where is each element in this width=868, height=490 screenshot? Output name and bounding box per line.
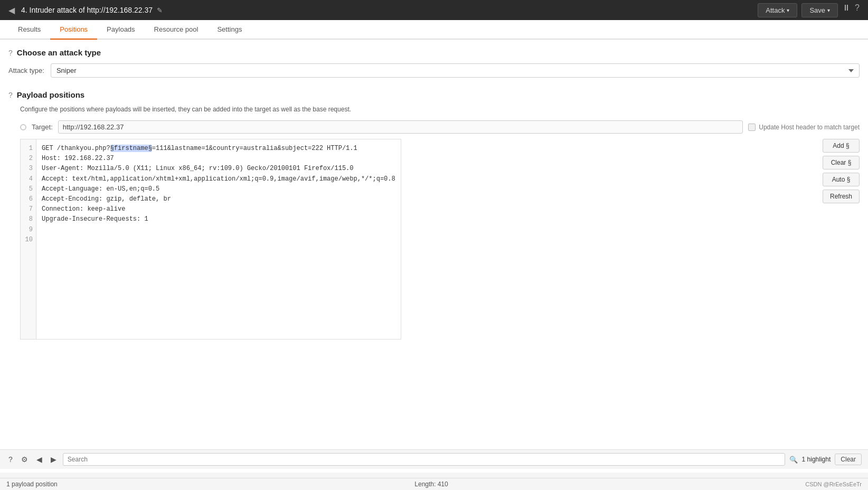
toolbar-settings-icon[interactable]: ⚙ (19, 454, 30, 465)
tab-positions[interactable]: Positions (50, 20, 97, 40)
target-row: Target: Update Host header to match targ… (20, 120, 860, 134)
add-section-button[interactable]: Add § (823, 139, 860, 153)
bottom-toolbar: ? ⚙ ◀ ▶ 🔍 1 highlight Clear (0, 449, 868, 469)
payload-positions-title: Payload positions (17, 90, 84, 99)
clear-section-button[interactable]: Clear § (823, 156, 860, 169)
edit-icon[interactable]: ✎ (157, 6, 163, 14)
request-editor[interactable]: GET /thankyou.php?§firstname§=111&lastna… (36, 139, 401, 340)
auto-section-button[interactable]: Auto § (823, 173, 860, 186)
payload-positions-desc: Configure the positions where payloads w… (20, 106, 860, 113)
payload-positions-help-icon[interactable]: ? (8, 91, 13, 99)
back-icon[interactable]: ◀ (8, 5, 15, 15)
payload-positions-header: ? Payload positions (8, 90, 860, 99)
attack-type-select[interactable]: Sniper Battering ram Pitchfork Cluster b… (51, 63, 860, 78)
tab-resource-pool[interactable]: Resource pool (145, 20, 208, 40)
target-label: Target: (32, 123, 53, 131)
attack-type-section-header: ? Choose an attack type (8, 48, 860, 57)
payload-positions-section: ? Payload positions Configure the positi… (8, 90, 860, 340)
clear-search-button[interactable]: Clear (835, 454, 862, 465)
tab-settings[interactable]: Settings (207, 20, 251, 40)
save-label: Save (809, 6, 825, 14)
attack-label: Attack (766, 6, 785, 14)
editor-wrapper: 12345678910 GET /thankyou.php?§firstname… (20, 139, 401, 340)
search-input[interactable] (63, 453, 785, 466)
top-bar-left: ◀ 4. Intruder attack of http://192.168.2… (8, 5, 163, 15)
attack-type-label: Attack type: (8, 67, 44, 74)
attack-type-help-icon[interactable]: ? (8, 49, 13, 57)
top-bar-right: Attack ▾ Save ▾ ⏸ ? (758, 3, 860, 17)
page-title: 4. Intruder attack of http://192.168.22.… (21, 6, 163, 14)
save-button[interactable]: Save ▾ (801, 3, 838, 17)
refresh-button[interactable]: Refresh (823, 190, 860, 203)
title-text: 4. Intruder attack of http://192.168.22.… (21, 6, 153, 14)
tab-payloads[interactable]: Payloads (97, 20, 144, 40)
tab-bar: Results Positions Payloads Resource pool… (0, 20, 868, 40)
update-host-label-text: Update Host header to match target (759, 124, 860, 131)
attack-type-row: Attack type: Sniper Battering ram Pitchf… (8, 63, 860, 78)
save-chevron-icon: ▾ (827, 7, 830, 13)
target-spinner-icon (20, 124, 26, 130)
search-icon: 🔍 (789, 456, 798, 464)
update-host-checkbox[interactable] (748, 124, 756, 131)
main-content: ? Choose an attack type Attack type: Sni… (0, 40, 868, 473)
editor-container: 12345678910 GET /thankyou.php?§firstname… (20, 139, 860, 340)
top-bar: ◀ 4. Intruder attack of http://192.168.2… (0, 0, 868, 20)
toolbar-help-icon[interactable]: ? (6, 454, 15, 465)
pause-icon[interactable]: ⏸ (842, 3, 851, 17)
tab-results[interactable]: Results (8, 20, 50, 40)
toolbar-forward-icon[interactable]: ▶ (49, 454, 59, 465)
attack-button[interactable]: Attack ▾ (758, 3, 797, 17)
attack-chevron-icon: ▾ (787, 7, 789, 13)
help-icon-top[interactable]: ? (855, 3, 860, 17)
line-numbers: 12345678910 (20, 139, 36, 340)
highlight-count: 1 highlight (802, 456, 831, 463)
update-host-row: Update Host header to match target (748, 124, 860, 131)
side-buttons: Add § Clear § Auto § Refresh (823, 139, 860, 203)
toolbar-back-icon[interactable]: ◀ (34, 454, 44, 465)
attack-type-title: Choose an attack type (17, 48, 101, 57)
target-input[interactable] (58, 120, 743, 134)
